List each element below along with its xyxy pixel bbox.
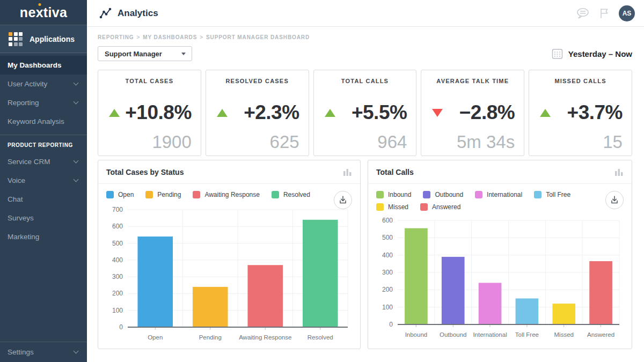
kpi-value: 5m 34s <box>457 132 515 152</box>
svg-text:300: 300 <box>382 269 393 276</box>
dashboard-select[interactable]: Support Manager <box>98 46 192 61</box>
chat-bubble-icon[interactable] <box>576 8 590 19</box>
svg-text:100: 100 <box>112 307 123 314</box>
legend-swatch <box>475 191 482 198</box>
kpi-value: 964 <box>377 132 407 152</box>
bar-resolved <box>303 220 338 327</box>
kpi-card-resolved-cases: RESOLVED CASES +2.3% 625 <box>206 70 309 156</box>
kpi-value: 1900 <box>152 132 191 152</box>
sidebar: nextiva Applications My Dashboards User … <box>0 0 87 362</box>
chevron-down-icon <box>74 177 79 182</box>
legend-swatch <box>420 203 428 211</box>
svg-text:Answered: Answered <box>587 331 614 338</box>
svg-text:400: 400 <box>112 256 123 264</box>
svg-text:400: 400 <box>382 252 393 259</box>
total-calls-chart-card: Total Calls InboundOutboundInternational… <box>368 160 632 349</box>
bar-answered <box>589 261 612 324</box>
date-range-picker[interactable]: Yesterday – Now <box>552 48 632 60</box>
breadcrumb: REPORTING>MY DASHBOARDS>SUPPORT MANAGER … <box>98 34 632 40</box>
download-chart-button[interactable] <box>334 191 352 209</box>
legend-swatch <box>272 191 279 198</box>
kpi-card-missed-calls: MISSED CALLS +3.7% 15 <box>529 70 632 156</box>
legend-item-toll-free[interactable]: Toll Free <box>534 191 570 198</box>
sidebar-item-chat[interactable]: Chat <box>0 190 87 209</box>
cases-bar-chart: 0100200300400500600700OpenPendingAwaitin… <box>106 202 352 345</box>
top-bar: Analytics AS <box>87 0 644 27</box>
avatar[interactable]: AS <box>619 5 635 21</box>
sidebar-item-settings[interactable]: Settings <box>0 342 87 362</box>
flag-icon[interactable] <box>599 8 610 19</box>
svg-text:Awaiting Response: Awaiting Response <box>239 334 291 341</box>
breadcrumb-reporting[interactable]: REPORTING <box>98 34 134 40</box>
kpi-card-average-talk-time: AVERAGE TALK TIME −2.8% 5m 34s <box>421 70 524 156</box>
bar-awaiting-response <box>247 265 283 327</box>
charts-row: Total Cases by Status OpenPendingAwaitin… <box>98 160 632 349</box>
svg-text:Toll Free: Toll Free <box>515 331 539 338</box>
calendar-icon <box>552 48 563 60</box>
analytics-icon <box>99 8 112 19</box>
legend-item-missed[interactable]: Missed <box>376 203 408 211</box>
kpi-label: AVERAGE TALK TIME <box>421 78 524 84</box>
chart-legend: InboundOutboundInternationalToll FreeMis… <box>376 189 624 211</box>
sidebar-item-keyword-analysis[interactable]: Keyword Analysis <box>0 112 87 131</box>
chevron-down-icon <box>74 349 79 354</box>
breadcrumb-my-dashboards[interactable]: MY DASHBOARDS <box>143 34 197 40</box>
legend-swatch <box>423 191 430 198</box>
sidebar-item-reporting[interactable]: Reporting <box>0 93 87 112</box>
bar-international <box>479 283 502 324</box>
caret-down-icon <box>181 53 186 55</box>
trend-up-icon <box>325 109 335 117</box>
svg-text:700: 700 <box>112 206 123 213</box>
download-chart-button[interactable] <box>605 191 624 209</box>
svg-text:500: 500 <box>112 240 123 247</box>
trend-down-icon <box>432 109 443 117</box>
legend-item-international[interactable]: International <box>475 191 522 198</box>
applications-menu[interactable]: Applications <box>0 25 87 53</box>
nextiva-logo[interactable]: nextiva <box>0 0 87 25</box>
legend-item-open[interactable]: Open <box>106 191 134 198</box>
bar-pending <box>193 287 228 327</box>
chart-legend: OpenPendingAwaiting ResponseResolved <box>106 189 352 198</box>
apps-grid-icon <box>9 32 23 46</box>
sidebar-divider <box>0 135 87 135</box>
legend-item-pending[interactable]: Pending <box>145 191 181 198</box>
sidebar-item-service-crm[interactable]: Service CRM <box>0 152 87 171</box>
legend-swatch <box>376 203 384 211</box>
trend-up-icon <box>217 109 228 117</box>
legend-swatch <box>106 191 114 198</box>
kpi-label: TOTAL CASES <box>98 78 201 84</box>
legend-item-resolved[interactable]: Resolved <box>272 191 310 198</box>
svg-text:600: 600 <box>112 223 123 230</box>
kpi-percent: +2.3% <box>228 101 299 124</box>
svg-text:0: 0 <box>389 321 393 328</box>
kpi-value: 625 <box>270 132 299 152</box>
sidebar-item-my-dashboards[interactable]: My Dashboards <box>0 56 87 75</box>
legend-swatch <box>193 191 200 198</box>
bar-inbound <box>405 228 428 324</box>
sidebar-item-surveys[interactable]: Surveys <box>0 209 87 227</box>
svg-text:Inbound: Inbound <box>405 331 428 338</box>
sidebar-item-voice[interactable]: Voice <box>0 171 87 190</box>
kpi-card-total-calls: TOTAL CALLS +5.5% 964 <box>313 70 417 156</box>
sidebar-item-marketing[interactable]: Marketing <box>0 227 87 246</box>
kpi-label: MISSED CALLS <box>529 78 632 84</box>
svg-text:300: 300 <box>112 273 123 280</box>
sidebar-item-user-activity[interactable]: User Activity <box>0 75 87 93</box>
legend-swatch <box>145 191 153 198</box>
legend-item-awaiting-response[interactable]: Awaiting Response <box>193 191 260 198</box>
kpi-label: RESOLVED CASES <box>206 78 309 84</box>
svg-text:Pending: Pending <box>199 334 222 341</box>
product-reporting-section-label: PRODUCT REPORTING <box>0 137 87 152</box>
kpi-label: TOTAL CALLS <box>314 78 416 84</box>
svg-text:200: 200 <box>382 286 393 293</box>
date-range-label: Yesterday – Now <box>568 49 632 58</box>
bar-open <box>137 237 173 327</box>
legend-item-answered[interactable]: Answered <box>420 203 460 211</box>
legend-item-inbound[interactable]: Inbound <box>376 191 411 198</box>
kpi-percent: −2.8% <box>443 101 515 124</box>
kpi-percent: +3.7% <box>551 101 623 124</box>
legend-item-outbound[interactable]: Outbound <box>423 191 463 198</box>
chevron-down-icon <box>74 80 79 86</box>
applications-label: Applications <box>30 35 75 43</box>
bar-toll-free <box>516 299 539 325</box>
